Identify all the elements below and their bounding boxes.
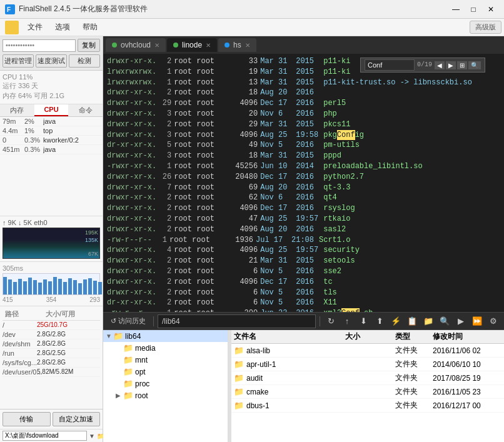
tab-memory[interactable]: 内存 (0, 104, 34, 116)
menu-help[interactable]: 帮助 (76, 19, 104, 35)
file-folder-icon: 📁 (234, 359, 244, 369)
transfer-button[interactable]: 传输 (3, 412, 51, 426)
clipboard-btn[interactable]: 📋 (405, 314, 419, 328)
proc-cpu: 1% (24, 127, 43, 134)
search-prev-button[interactable]: ◀ (435, 61, 445, 69)
disk-row[interactable]: /dev2.8G/2.8G (3, 330, 100, 339)
tree-item-lib64[interactable]: ▼📁lib64 (103, 330, 228, 342)
disk-row[interactable]: /dev/shm2.8G/2.8G (3, 339, 100, 349)
new-folder-btn[interactable]: 📁 (421, 314, 435, 328)
date: Mar 31 (260, 78, 295, 88)
resource-stats: CPU 11% 运行 336 天 内存 64% 可用 2.1G (0, 71, 103, 104)
folder-icon-media: 📁 (123, 343, 133, 353)
tab-linode[interactable]: linode✕ (167, 38, 217, 52)
play-btn[interactable]: ▶ (454, 314, 468, 328)
expand-icon-root[interactable]: ▶ (116, 392, 122, 399)
tree-item-media[interactable]: 📁media (103, 342, 228, 354)
links: 3 (159, 109, 171, 119)
refresh-icon-btn[interactable]: ↻ (324, 314, 338, 328)
visit-history-button[interactable]: ↺ 访问历史 (107, 314, 149, 328)
disk-row[interactable]: /dev/user/0...5.82M/5.82M (3, 368, 100, 377)
tab-cpu[interactable]: CPU (34, 104, 69, 116)
speed-test-button[interactable]: 速度测试 (36, 54, 67, 68)
tree-label-mnt: mnt (135, 356, 148, 364)
minimize-button[interactable]: — (448, 3, 464, 16)
col-type[interactable]: 类型 (395, 331, 433, 342)
tab-close-linode[interactable]: ✕ (206, 42, 211, 49)
download-btn[interactable]: ⬇ (356, 314, 370, 328)
file-row[interactable]: 📁apr-util-1文件夹2014/06/10 10 (231, 358, 504, 371)
settings-btn[interactable]: ⚙ (486, 314, 500, 328)
search-files-btn[interactable]: 🔍 (438, 314, 451, 328)
custom-accel-button[interactable]: 自定义加速 (53, 412, 101, 426)
tree-item-mnt[interactable]: 📁mnt (103, 354, 228, 366)
disk-path: /dev/shm (3, 340, 37, 348)
size: 6 (226, 288, 258, 298)
tab-close-hs[interactable]: ✕ (245, 42, 250, 49)
size: 45256 (226, 161, 258, 172)
terminal-line: -rwxr-xr-x.1root root45256Jun 102014prel… (107, 161, 500, 172)
tree-item-root[interactable]: ▶📁root (103, 389, 228, 401)
tab-command[interactable]: 命令 (68, 104, 103, 116)
upload-btn[interactable]: ⬆ (373, 314, 386, 328)
file-row[interactable]: 📁cmake文件夹2016/11/05 23 (231, 385, 504, 399)
disk-row[interactable]: /run2.8G/2.5G (3, 349, 100, 358)
process-row[interactable]: 4.4m1%top (0, 126, 103, 136)
folder-icon-root: 📁 (123, 391, 133, 400)
path-select: ▼ 📁 (3, 431, 100, 441)
perm: drwxr-xr-x. (107, 172, 156, 183)
col-date[interactable]: 修改时间 (433, 331, 501, 342)
ping-bar (98, 282, 102, 294)
search-next-button[interactable]: ▶ (446, 61, 456, 69)
date: Nov 6 (260, 193, 295, 203)
file-row[interactable]: 📁audit文件夹2017/08/25 19 (231, 371, 504, 385)
folder-icon[interactable] (5, 21, 19, 34)
ping-bar (13, 282, 17, 294)
search-input[interactable] (365, 59, 415, 71)
search-copy-button[interactable]: ⊞ (457, 61, 467, 69)
menu-file[interactable]: 文件 (21, 19, 49, 35)
tab-close-ovhcloud[interactable]: ✕ (154, 42, 159, 49)
terminal-lines: drwxr-xr-x.2root root33Mar 312015p11-kil… (107, 56, 500, 312)
copy-button[interactable]: 复制 (78, 39, 100, 52)
col-filename[interactable]: 文件名 (234, 331, 345, 342)
folder-icon-lib64: 📁 (113, 331, 123, 341)
filename: security (323, 245, 360, 256)
size: 6 (226, 298, 258, 308)
close-button[interactable]: ✕ (483, 3, 499, 16)
process-row[interactable]: 451m0.3%java (0, 145, 103, 154)
menu-options[interactable]: 选项 (49, 19, 76, 35)
file-row[interactable]: 📁alsa-lib文件夹2016/11/06 02 (231, 344, 504, 358)
tab-ovhcloud[interactable]: ovhcloud✕ (106, 38, 166, 52)
disk-area: 路径大小/可用/25G/10.7G/dev2.8G/2.8G/dev/shm2.… (0, 306, 103, 409)
maximize-button[interactable]: □ (465, 3, 481, 16)
process-mgr-button[interactable]: 进程管理 (3, 54, 34, 68)
filename: tc (323, 277, 332, 288)
advanced-button[interactable]: 高级版 (470, 21, 501, 34)
disk-row[interactable]: /sys/fs/cg...2.8G/2.8G (3, 358, 100, 368)
terminal-line: drwxr-xr-x.2root root4096Aug 202016sasl2 (107, 224, 500, 235)
fast-forward-btn[interactable]: ⏩ (470, 314, 484, 328)
search-find-button[interactable]: 🔍 (468, 61, 481, 69)
expand-icon-lib64[interactable]: ▼ (106, 333, 112, 339)
file-row[interactable]: 📁dbus-1文件夹2016/12/17 00 (231, 399, 504, 413)
tree-item-opt[interactable]: 📁opt (103, 366, 228, 378)
size: 4096 (226, 203, 258, 214)
detect-button[interactable]: 检测 (69, 54, 100, 68)
col-size[interactable]: 大小 (345, 331, 395, 342)
size: 6 (226, 266, 258, 277)
file-folder-icon: 📁 (234, 346, 244, 355)
process-row[interactable]: 79m2%java (0, 117, 103, 126)
disk-row[interactable]: /25G/10.7G (3, 321, 100, 330)
path-down-arrow[interactable]: ▼ (89, 431, 95, 441)
links: 1 (159, 308, 171, 312)
owner: root root (174, 78, 224, 88)
tree-item-proc[interactable]: 📁proc (103, 378, 228, 389)
tab-hs[interactable]: hs✕ (218, 38, 256, 52)
flash-btn[interactable]: ⚡ (389, 314, 403, 328)
date: Jul 17 (256, 235, 290, 246)
local-path-input[interactable] (3, 431, 87, 441)
up-dir-btn[interactable]: ↑ (340, 314, 354, 328)
remote-path-input[interactable] (158, 314, 316, 328)
process-row[interactable]: 00.3%kworker/0:2 (0, 136, 103, 145)
